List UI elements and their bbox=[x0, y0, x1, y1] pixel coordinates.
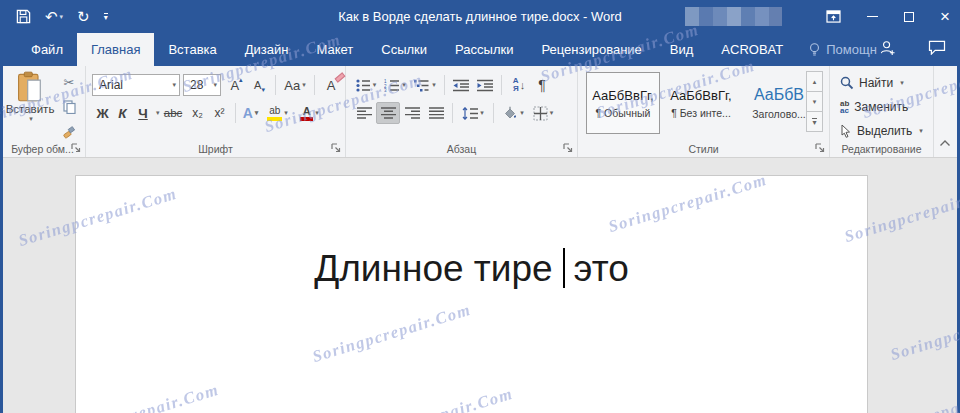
close-icon: × bbox=[940, 10, 950, 24]
multilevel-list-button[interactable]: ▾ bbox=[410, 74, 440, 96]
comments-button[interactable] bbox=[928, 40, 946, 59]
separator bbox=[501, 75, 502, 95]
increase-indent-icon bbox=[477, 79, 493, 92]
document-page[interactable]: Длинное тиреэто bbox=[75, 175, 868, 413]
font-family-combobox[interactable]: Arial ▾ bbox=[92, 74, 180, 96]
gallery-more-icon: ▾ bbox=[812, 118, 816, 126]
font-size-combobox[interactable]: 28 ▾ bbox=[183, 74, 221, 96]
style-name: Заголово... bbox=[752, 108, 806, 120]
style-heading1[interactable]: АаБбВ Заголово... bbox=[742, 72, 816, 134]
highlight-icon: ab bbox=[267, 106, 282, 121]
paste-button[interactable]: Вставить ▾ bbox=[6, 71, 54, 141]
caret-down-icon: ▾ bbox=[813, 98, 817, 106]
change-case-button[interactable]: Aa▾ bbox=[280, 74, 310, 96]
tab-layout[interactable]: Макет bbox=[302, 33, 367, 66]
paragraph-dialog-launcher[interactable] bbox=[562, 142, 574, 154]
strikethrough-button[interactable]: abc bbox=[160, 102, 187, 124]
justify-button[interactable] bbox=[424, 102, 448, 124]
find-button[interactable]: Найти ▾ bbox=[840, 73, 923, 93]
superscript-button[interactable]: x² bbox=[209, 102, 231, 124]
grow-font-button[interactable]: A▴ bbox=[225, 74, 248, 96]
align-right-button[interactable] bbox=[400, 102, 424, 124]
group-label-font: Шрифт bbox=[86, 143, 345, 155]
cut-button[interactable]: ✂ bbox=[58, 71, 80, 93]
subscript-button[interactable]: x₂ bbox=[187, 102, 209, 124]
styles-scroll-down-button[interactable]: ▾ bbox=[806, 91, 823, 112]
maximize-button[interactable] bbox=[904, 12, 914, 22]
align-left-button[interactable] bbox=[352, 102, 376, 124]
tab-home[interactable]: Главная bbox=[77, 33, 154, 66]
customize-qat-button[interactable]: ▾ bbox=[104, 13, 108, 21]
tab-insert[interactable]: Вставка bbox=[154, 33, 230, 66]
show-hide-pilcrow-button[interactable]: ¶ bbox=[532, 74, 552, 96]
separator bbox=[275, 75, 276, 95]
font-dialog-launcher[interactable] bbox=[330, 142, 342, 154]
dropdown-caret-icon[interactable]: ▾ bbox=[156, 109, 160, 117]
select-button[interactable]: Выделить ▾ bbox=[840, 121, 923, 141]
tell-me-label: Помощн bbox=[826, 42, 877, 57]
group-paragraph: ▾ 123 ▾ ▾ bbox=[346, 66, 578, 157]
shading-button[interactable]: ▾ bbox=[498, 102, 528, 124]
decrease-indent-button[interactable] bbox=[449, 74, 473, 96]
copy-icon bbox=[63, 100, 76, 114]
styles-dialog-launcher[interactable] bbox=[814, 142, 826, 154]
clear-formatting-button[interactable]: A bbox=[319, 74, 343, 96]
bullets-button[interactable]: ▾ bbox=[352, 74, 380, 96]
minimize-icon bbox=[867, 16, 878, 18]
clipboard-dialog-launcher[interactable] bbox=[70, 142, 82, 154]
tab-file[interactable]: Файл bbox=[17, 33, 77, 66]
line-spacing-button[interactable]: ▾ bbox=[457, 102, 489, 124]
tab-references[interactable]: Ссылки bbox=[367, 33, 441, 66]
tab-design[interactable]: Дизайн bbox=[231, 33, 303, 66]
tab-view[interactable]: Вид bbox=[656, 33, 708, 66]
pilcrow-icon: ¶ bbox=[538, 77, 546, 93]
redo-button[interactable]: ↻ bbox=[77, 8, 90, 26]
change-case-icon: Aa bbox=[284, 78, 300, 93]
format-painter-button[interactable] bbox=[58, 121, 80, 143]
line-spacing-icon bbox=[462, 107, 478, 120]
shrink-font-button[interactable]: A▾ bbox=[248, 74, 271, 96]
style-normal[interactable]: АаБбВвГг, ¶ Обычный bbox=[586, 72, 660, 134]
dropdown-caret-icon: ▾ bbox=[29, 115, 33, 123]
eraser-icon bbox=[335, 72, 346, 82]
redacted-username bbox=[685, 7, 782, 26]
ribbon-display-options-button[interactable] bbox=[826, 10, 841, 23]
close-button[interactable]: × bbox=[940, 10, 950, 24]
style-no-spacing[interactable]: АаБбВвГг, ¶ Без инте... bbox=[664, 72, 738, 134]
style-preview: АаБбВвГг, bbox=[670, 88, 731, 103]
tell-me-box[interactable]: Помощн bbox=[799, 33, 887, 66]
font-size-value: 28 bbox=[190, 78, 203, 92]
minimize-button[interactable] bbox=[867, 16, 878, 18]
font-color-button[interactable]: А ▾ bbox=[294, 102, 326, 124]
text-effects-button[interactable]: А▾ bbox=[240, 102, 262, 124]
save-button[interactable] bbox=[16, 9, 31, 24]
copy-button[interactable] bbox=[58, 96, 80, 118]
sort-button[interactable]: АЯ ↓ bbox=[506, 74, 532, 96]
undo-button[interactable]: ↶▾ bbox=[45, 8, 63, 26]
collapse-ribbon-button[interactable] bbox=[939, 133, 951, 151]
align-left-icon bbox=[357, 107, 372, 119]
italic-button[interactable]: К bbox=[113, 102, 132, 124]
underline-button[interactable]: Ч bbox=[132, 102, 154, 124]
maximize-icon bbox=[904, 12, 914, 22]
multilevel-list-icon bbox=[414, 79, 430, 92]
ribbon-display-options-icon bbox=[826, 10, 841, 23]
tab-mailings[interactable]: Рассылки bbox=[441, 33, 527, 66]
styles-scroll-up-button[interactable]: ▴ bbox=[806, 71, 823, 92]
styles-more-button[interactable]: ▾ bbox=[806, 111, 823, 132]
borders-button[interactable]: ▾ bbox=[528, 102, 558, 124]
redo-icon: ↻ bbox=[77, 8, 90, 26]
shading-bucket-icon bbox=[502, 106, 518, 120]
comment-icon bbox=[928, 40, 946, 55]
bold-button[interactable]: Ж bbox=[92, 102, 113, 124]
share-button[interactable] bbox=[879, 40, 896, 60]
tab-review[interactable]: Рецензирование bbox=[527, 33, 655, 66]
share-person-icon bbox=[879, 40, 896, 56]
style-name: ¶ Обычный bbox=[596, 107, 651, 119]
increase-indent-button[interactable] bbox=[473, 74, 497, 96]
replace-button[interactable]: ab ac Заменить bbox=[840, 97, 923, 117]
highlight-color-button[interactable]: ab ▾ bbox=[262, 102, 294, 124]
tab-acrobat[interactable]: ACROBAT bbox=[707, 33, 797, 66]
numbering-button[interactable]: 123 ▾ bbox=[380, 74, 410, 96]
align-center-button[interactable] bbox=[376, 102, 400, 124]
